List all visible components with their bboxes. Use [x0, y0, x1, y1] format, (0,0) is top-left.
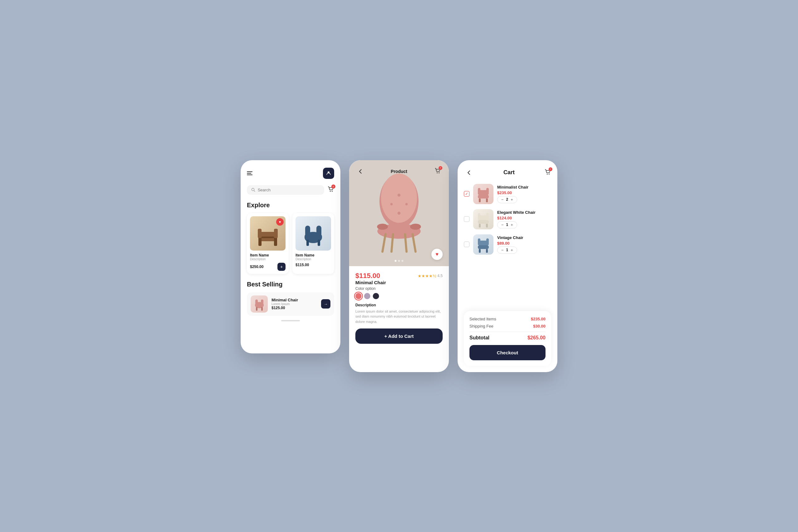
qty-plus-2[interactable]: + [510, 223, 514, 227]
svg-point-24 [439, 172, 439, 173]
subtotal-label: Subtotal [470, 335, 489, 341]
chair-image-2 [296, 216, 331, 251]
qty-minus-3[interactable]: − [501, 248, 505, 252]
search-icon [251, 188, 255, 192]
qty-control-1: − 2 + [497, 196, 517, 203]
svg-rect-52 [486, 213, 489, 220]
add-to-cart-button[interactable]: + Add to Cart [355, 328, 443, 344]
product-card-1[interactable]: ♥ Item Name Description [247, 213, 289, 274]
cart-icon-cart-screen[interactable]: 0 [544, 169, 551, 177]
cart-item-name-2: Elegant White Chair [497, 210, 551, 215]
search-input[interactable] [258, 188, 320, 192]
color-dot-1[interactable] [355, 293, 362, 299]
svg-point-39 [547, 174, 548, 174]
selected-items-row: Selected Items $235.00 [470, 317, 546, 321]
cart-summary: Selected Items $235.00 Shipping Fee $30.… [464, 311, 551, 366]
cart-back-button[interactable] [464, 168, 474, 178]
svg-rect-9 [258, 229, 262, 238]
product-screen-title: Product [391, 169, 407, 174]
color-label: Color option [355, 286, 443, 291]
cart-badge-product: 0 [439, 166, 442, 170]
best-item-arrow-1[interactable]: → [321, 299, 330, 308]
cart-item-img-3 [473, 234, 493, 254]
qty-minus-2[interactable]: − [501, 223, 505, 227]
color-dot-3[interactable] [373, 293, 379, 299]
cart-item-2: Elegant White Chair $124.00 − 1 + [464, 209, 551, 229]
add-product-1[interactable]: + [278, 263, 286, 271]
qty-val-3: 1 [506, 248, 508, 252]
svg-rect-13 [306, 240, 309, 246]
svg-rect-42 [478, 195, 489, 198]
svg-point-30 [390, 203, 393, 205]
cart-items-list: ✓ Minimalist Chair $235.00 − [464, 184, 551, 306]
best-selling-title: Best Selling [247, 281, 334, 288]
svg-line-38 [405, 234, 406, 251]
svg-rect-48 [478, 220, 489, 224]
cart-item-price-3: $89.00 [497, 241, 551, 246]
product-card-2[interactable]: Item Name Description $115.00 [292, 213, 334, 274]
like-button-1[interactable]: ♥ [276, 218, 284, 226]
qty-val-2: 1 [506, 223, 508, 227]
screens-container: 0 Explore ♥ [241, 160, 557, 372]
cart-checkbox-1[interactable]: ✓ [464, 191, 470, 197]
svg-rect-45 [478, 188, 480, 195]
summary-divider [470, 331, 546, 332]
selected-items-val: $235.00 [531, 317, 546, 321]
selected-items-label: Selected Items [470, 317, 496, 321]
stars: ★★★★½ [418, 274, 436, 278]
search-input-wrap[interactable] [247, 185, 324, 195]
subtotal-val: $265.00 [528, 335, 546, 341]
product-hero-nav: Product 0 [349, 167, 449, 176]
avatar-button[interactable] [323, 168, 334, 179]
cart-button-product[interactable]: 0 [433, 167, 443, 176]
dot-1 [395, 260, 397, 262]
like-button-product[interactable]: ♥ [432, 249, 443, 260]
svg-line-35 [382, 234, 385, 251]
description-text: Lorem ipsum dolor sit amet, consectetuer… [355, 309, 443, 324]
svg-rect-22 [261, 300, 263, 305]
qty-plus-3[interactable]: + [510, 248, 514, 252]
svg-point-26 [381, 173, 417, 223]
svg-point-29 [397, 193, 401, 197]
svg-point-31 [405, 203, 408, 205]
qty-minus-1[interactable]: − [501, 197, 505, 202]
screen-product: Product 0 [349, 160, 449, 372]
color-dot-2[interactable] [364, 293, 370, 299]
svg-rect-49 [479, 224, 481, 228]
svg-rect-43 [479, 198, 481, 202]
menu-icon[interactable] [247, 171, 252, 175]
cart-checkbox-3[interactable] [464, 242, 470, 247]
svg-rect-51 [478, 213, 480, 220]
product-desc-1: Description [250, 258, 286, 261]
svg-point-32 [397, 212, 401, 215]
svg-rect-56 [486, 249, 488, 253]
product-name-1: Item Name [250, 253, 286, 258]
cart-item-price-1: $235.00 [497, 190, 551, 195]
cart-item-3: Vintage Chair $89.00 − 1 + [464, 234, 551, 254]
scroll-indicator [247, 320, 334, 321]
best-item-img-1 [251, 296, 268, 312]
cart-icon-home[interactable]: 0 [327, 186, 334, 194]
svg-line-37 [392, 234, 393, 251]
color-dots [355, 293, 443, 299]
checkout-button[interactable]: Checkout [470, 345, 546, 360]
best-item-1[interactable]: Minimal Chair Lorem Ipsum $125.00 → [247, 292, 334, 316]
product-price-1: $250.00 [250, 265, 263, 269]
cart-item-info-1: Minimalist Chair $235.00 − 2 + [497, 185, 551, 203]
cart-checkbox-2[interactable] [464, 216, 470, 222]
cart-item-img-2 [473, 209, 493, 229]
best-item-info-1: Minimal Chair Lorem Ipsum $125.00 [271, 298, 317, 310]
cart-header: Cart 0 [464, 168, 551, 178]
product-hero: Product 0 [349, 160, 449, 266]
dot-2 [398, 260, 400, 262]
qty-plus-1[interactable]: + [510, 197, 514, 202]
explore-title: Explore [247, 202, 334, 209]
checkout-label: Checkout [497, 350, 518, 355]
search-bar: 0 [247, 185, 334, 195]
subtotal-row: Subtotal $265.00 [470, 335, 546, 341]
product-name: Minimal Chair [355, 280, 386, 285]
back-button[interactable] [355, 167, 365, 176]
screen-cart: Cart 0 ✓ [458, 160, 557, 372]
svg-rect-50 [486, 224, 488, 228]
shipping-label: Shipping Fee [470, 324, 493, 328]
